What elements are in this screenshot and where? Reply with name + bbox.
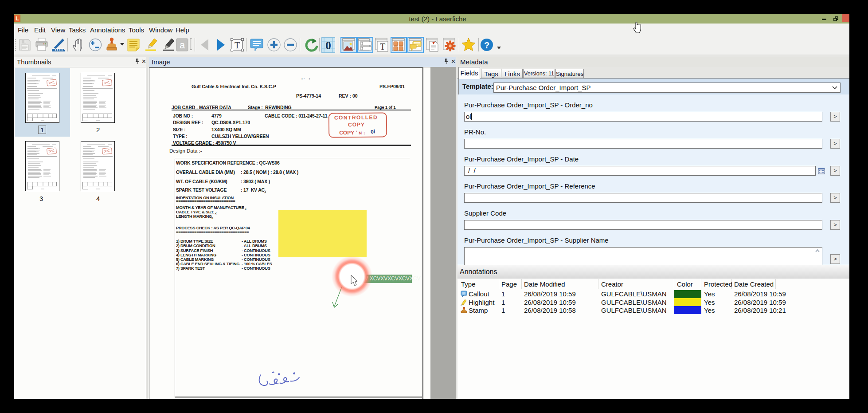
svg-text:T: T [380,42,385,51]
svg-text:0: 0 [325,39,331,51]
svg-text:T: T [235,40,240,50]
svg-text:a: a [180,39,185,51]
svg-text:?: ? [484,40,489,50]
